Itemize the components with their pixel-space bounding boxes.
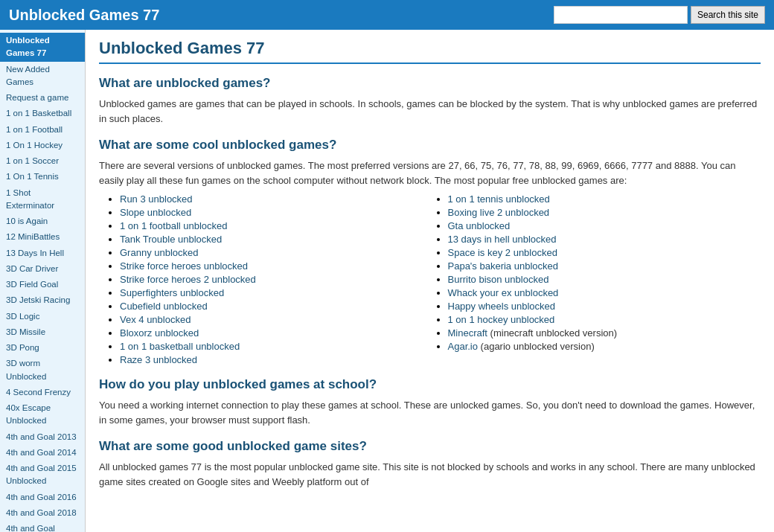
sidebar-item-3[interactable]: 1 on 1 Basketball <box>0 106 85 121</box>
section-text-3: You need a working internet connection t… <box>99 398 761 427</box>
sidebar-item-17[interactable]: 3D Pong <box>0 340 85 356</box>
sidebar-item-26[interactable]: 4th and Goal Unblocked <box>0 521 85 532</box>
header: Unblocked Games 77 Search this site <box>0 0 774 30</box>
list-item: Space is key 2 unblocked <box>448 247 761 258</box>
list-item: Raze 3 unblocked <box>120 354 433 365</box>
game-link-23[interactable]: Minecraft <box>448 327 487 339</box>
list-item: Tank Trouble unblocked <box>120 234 433 245</box>
sidebar-item-23[interactable]: 4th and Goal 2015 Unblocked <box>0 461 85 490</box>
section-text-2: There are several versions of unblocked … <box>99 158 761 188</box>
section-heading-3: How do you play unblocked games at schoo… <box>99 377 761 392</box>
list-item: Minecraft (minecraft unblocked version) <box>448 327 761 339</box>
section-heading-4: What are some good unblocked game sites? <box>99 439 761 454</box>
game-link-6[interactable]: Strike force heroes 2 unblocked <box>120 274 256 285</box>
sidebar-item-18[interactable]: 3D worm Unblocked <box>0 356 85 385</box>
game-link-9[interactable]: Vex 4 unblocked <box>120 314 191 325</box>
sidebar-item-1[interactable]: New Added Games <box>0 62 85 91</box>
list-item: 13 days in hell unblocked <box>448 234 761 245</box>
section-heading-2: What are some cool unblocked games? <box>99 138 761 153</box>
game-link-3[interactable]: Tank Trouble unblocked <box>120 234 222 245</box>
list-item: Gta unblocked <box>448 220 761 231</box>
section-text-4: All unblocked games 77 is the most popul… <box>99 460 761 489</box>
list-item: Vex 4 unblocked <box>120 314 433 325</box>
list-item: Granny unblocked <box>120 247 433 258</box>
game-link-17[interactable]: Space is key 2 unblocked <box>448 247 557 258</box>
sidebar-item-16[interactable]: 3D Missile <box>0 324 85 340</box>
list-item: Run 3 unblocked <box>120 193 433 205</box>
list-item: Slope unblocked <box>120 207 433 218</box>
section-text-1: Unblocked games are games that can be pl… <box>99 97 761 126</box>
sidebar-item-9[interactable]: 10 is Again <box>0 214 85 229</box>
sidebar-item-12[interactable]: 3D Car Driver <box>0 261 85 277</box>
game-link-8[interactable]: Cubefield unblocked <box>120 301 208 312</box>
list-item: Agar.io (agario unblocked version) <box>448 341 761 352</box>
sidebar-item-6[interactable]: 1 on 1 Soccer <box>0 153 85 169</box>
search-form: Search this site <box>554 6 765 24</box>
sidebar-item-13[interactable]: 3D Field Goal <box>0 277 85 292</box>
game-link-7[interactable]: Superfighters unblocked <box>120 287 224 298</box>
list-item: 1 on 1 tennis unblocked <box>448 193 761 205</box>
sidebar: Unblocked Games 77New Added GamesRequest… <box>0 30 86 532</box>
game-link-21[interactable]: Happy wheels unblocked <box>448 301 556 312</box>
layout: Unblocked Games 77New Added GamesRequest… <box>0 30 774 532</box>
game-link-14[interactable]: Boxing live 2 unblocked <box>448 207 550 218</box>
list-item: Boxing live 2 unblocked <box>448 207 761 218</box>
sidebar-item-2[interactable]: Request a game <box>0 90 85 106</box>
game-link-4[interactable]: Granny unblocked <box>120 247 199 258</box>
sidebar-item-25[interactable]: 4th and Goal 2018 <box>0 505 85 521</box>
game-list: Run 3 unblockedSlope unblocked1 on 1 foo… <box>120 193 761 365</box>
game-link-22[interactable]: 1 on 1 hockey unblocked <box>448 314 555 325</box>
sidebar-item-22[interactable]: 4th and Goal 2014 <box>0 445 85 461</box>
list-item: Cubefield unblocked <box>120 301 433 312</box>
game-link-16[interactable]: 13 days in hell unblocked <box>448 234 557 245</box>
game-link-15[interactable]: Gta unblocked <box>448 220 511 231</box>
list-item: Happy wheels unblocked <box>448 301 761 312</box>
game-link-11[interactable]: 1 on 1 basketball unblocked <box>120 341 240 352</box>
search-button[interactable]: Search this site <box>691 6 765 24</box>
list-item: Bloxorz unblocked <box>120 327 433 339</box>
main-content: Unblocked Games 77 What are unblocked ga… <box>86 30 774 532</box>
sidebar-item-21[interactable]: 4th and Goal 2013 <box>0 429 85 445</box>
sidebar-item-14[interactable]: 3D Jetski Racing <box>0 292 85 308</box>
game-link-18[interactable]: Papa's bakeria unblocked <box>448 260 558 272</box>
list-item: 1 on 1 basketball unblocked <box>120 341 433 352</box>
game-link-13[interactable]: 1 on 1 tennis unblocked <box>448 193 550 205</box>
list-item: Whack your ex unblocked <box>448 287 761 298</box>
sidebar-item-7[interactable]: 1 On 1 Tennis <box>0 169 85 185</box>
list-item: Papa's bakeria unblocked <box>448 260 761 272</box>
section-heading-1: What are unblocked games? <box>99 76 761 91</box>
site-title: Unblocked Games 77 <box>9 7 159 24</box>
sidebar-item-24[interactable]: 4th and Goal 2016 <box>0 490 85 505</box>
list-item: Strike force heroes unblocked <box>120 260 433 272</box>
game-link-2[interactable]: 1 on 1 football unblocked <box>120 220 228 231</box>
game-link-0[interactable]: Run 3 unblocked <box>120 193 193 205</box>
sidebar-item-0[interactable]: Unblocked Games 77 <box>0 33 85 62</box>
list-item: 1 on 1 hockey unblocked <box>448 314 761 325</box>
sidebar-item-8[interactable]: 1 Shot Exterminator <box>0 185 85 214</box>
sidebar-item-15[interactable]: 3D Logic <box>0 309 85 324</box>
search-input[interactable] <box>554 6 688 24</box>
game-link-19[interactable]: Burrito bison unblocked <box>448 274 549 285</box>
sidebar-item-5[interactable]: 1 On 1 Hockey <box>0 138 85 153</box>
sidebar-item-20[interactable]: 40x Escape Unblocked <box>0 400 85 429</box>
sidebar-item-4[interactable]: 1 on 1 Football <box>0 122 85 138</box>
game-link-10[interactable]: Bloxorz unblocked <box>120 327 199 339</box>
list-item: Superfighters unblocked <box>120 287 433 298</box>
sidebar-item-11[interactable]: 13 Days In Hell <box>0 246 85 261</box>
list-item: 1 on 1 football unblocked <box>120 220 433 231</box>
game-link-1[interactable]: Slope unblocked <box>120 207 191 218</box>
game-link-20[interactable]: Whack your ex unblocked <box>448 287 559 298</box>
game-link-5[interactable]: Strike force heroes unblocked <box>120 260 248 272</box>
sidebar-item-10[interactable]: 12 MiniBattles <box>0 229 85 245</box>
list-item: Strike force heroes 2 unblocked <box>120 274 433 285</box>
list-item: Burrito bison unblocked <box>448 274 761 285</box>
game-link-24[interactable]: Agar.io <box>448 341 478 352</box>
game-link-12[interactable]: Raze 3 unblocked <box>120 354 197 365</box>
page-title: Unblocked Games 77 <box>99 39 761 64</box>
sidebar-item-19[interactable]: 4 Second Frenzy <box>0 385 85 400</box>
